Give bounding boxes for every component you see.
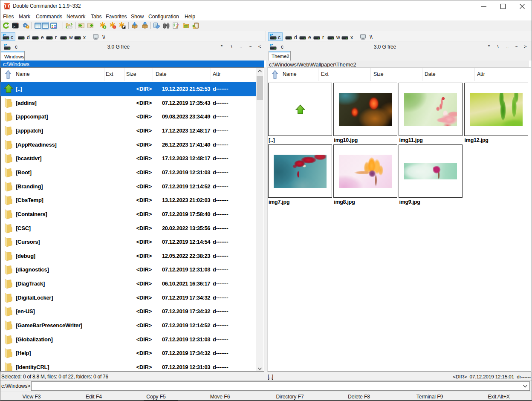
svg-text:>: >: [13, 25, 15, 29]
